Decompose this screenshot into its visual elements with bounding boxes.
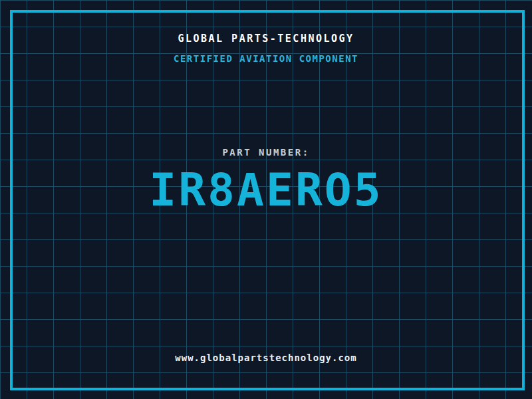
certification-subtitle: CERTIFIED AVIATION COMPONENT	[0, 53, 532, 64]
certificate-page: { "theme": { "background": "#0e1726", "g…	[0, 0, 532, 399]
website-url: www.globalpartstechnology.com	[0, 352, 532, 363]
company-title: GLOBAL PARTS-TECHNOLOGY	[0, 33, 532, 45]
part-number-label: PART NUMBER:	[0, 147, 532, 158]
part-number-value: IR8AERO5	[0, 168, 532, 213]
